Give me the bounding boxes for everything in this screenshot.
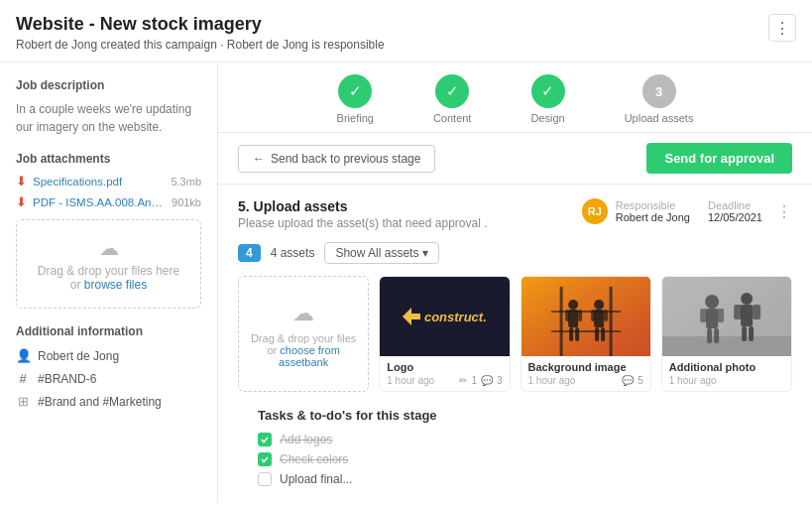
upload-line1: Drag & drop your files bbox=[251, 332, 356, 344]
created-action: created this campaign bbox=[100, 38, 216, 52]
attachment-name[interactable]: Specifications.pdf bbox=[33, 176, 165, 188]
svg-rect-14 bbox=[594, 310, 604, 327]
send-approval-button[interactable]: Send for approval bbox=[646, 143, 792, 174]
stage-name: Upload assets bbox=[254, 198, 348, 214]
info-tags-value: #Brand and #Marketing bbox=[38, 395, 162, 409]
svg-rect-27 bbox=[714, 328, 719, 343]
show-all-label: Show All assets bbox=[335, 246, 418, 260]
construct-text: construct. bbox=[424, 310, 487, 324]
task-checkbox-colors[interactable] bbox=[258, 452, 272, 466]
svg-rect-30 bbox=[734, 305, 742, 319]
asset-name-photo: Additional photo bbox=[669, 361, 784, 373]
svg-rect-9 bbox=[565, 310, 569, 321]
stage-title-group: 5. Upload assets Please upload the asset… bbox=[238, 198, 488, 230]
info-brand-value: #BRAND-6 bbox=[38, 372, 96, 386]
asset-time-logo: 1 hour ago bbox=[387, 375, 434, 386]
dropzone-line2: or browse files bbox=[33, 278, 184, 292]
asset-card-background[interactable]: Background image 1 hour ago 💬5 bbox=[521, 276, 651, 392]
svg-rect-16 bbox=[604, 310, 608, 321]
comment-icon: 💬 bbox=[622, 375, 634, 386]
task-item-colors: Check colors bbox=[258, 452, 772, 466]
sidebar-drop-zone[interactable]: ☁ Drag & drop your files here or browse … bbox=[16, 219, 201, 309]
additional-info-title: Additional information bbox=[16, 324, 201, 338]
task-label-colors: Check colors bbox=[280, 452, 348, 466]
stage-title: 5. Upload assets bbox=[238, 198, 488, 214]
attachment-item: ⬇ Specifications.pdf 5.3mb bbox=[16, 174, 201, 189]
asset-actions-logo: ✏1 💬3 bbox=[459, 375, 502, 386]
svg-point-22 bbox=[705, 295, 719, 309]
task-item-upload: Upload final... bbox=[258, 472, 772, 486]
person-icon: 👤 bbox=[16, 348, 30, 363]
info-item-brand: # #BRAND-6 bbox=[16, 371, 201, 386]
upload-cloud-icon: ☁ bbox=[292, 301, 314, 326]
meta-responsible: Responsible Robert de Jong bbox=[616, 199, 690, 223]
cloud-upload-icon: ☁ bbox=[33, 236, 184, 260]
attachment-item: ⬇ PDF - ISMS.AA.008.Annex A... 901kb bbox=[16, 194, 201, 209]
task-item-logos: Add logos bbox=[258, 433, 772, 446]
stage-header: 5. Upload assets Please upload the asset… bbox=[238, 198, 792, 230]
attachment-size: 5.3mb bbox=[171, 176, 201, 188]
deadline-label: Deadline bbox=[708, 199, 762, 211]
step-briefing: ✓ Briefing bbox=[337, 74, 374, 124]
chevron-down-icon: ▾ bbox=[422, 246, 428, 260]
step-circle-design: ✓ bbox=[531, 74, 565, 108]
app-container: Website - New stock imagery Robert de Jo… bbox=[0, 0, 812, 508]
attachment-name[interactable]: PDF - ISMS.AA.008.Annex A... bbox=[33, 196, 166, 208]
asset-info-background: Background image 1 hour ago 💬5 bbox=[522, 356, 650, 391]
asset-filter-bar: 4 4 assets Show All assets ▾ bbox=[238, 242, 792, 264]
svg-rect-11 bbox=[569, 327, 573, 341]
info-item-tags: ⊞ #Brand and #Marketing bbox=[16, 394, 201, 409]
step-label-content: Content bbox=[433, 112, 472, 124]
svg-rect-10 bbox=[578, 310, 582, 321]
assetbank-link[interactable]: choose from assetbank bbox=[279, 344, 340, 368]
svg-rect-29 bbox=[741, 305, 753, 326]
asset-card-logo[interactable]: construct. Logo 1 hour ago ✏1 💬3 bbox=[379, 276, 510, 392]
header-subtitle: Robert de Jong created this campaign · R… bbox=[16, 38, 385, 52]
steps-bar: ✓ Briefing ✓ Content ✓ Design 3 Upload a… bbox=[218, 63, 812, 133]
asset-meta-background: 1 hour ago 💬5 bbox=[528, 375, 643, 386]
svg-rect-33 bbox=[749, 326, 754, 341]
edit-icon: ✏ bbox=[459, 375, 467, 386]
content-area: ✓ Briefing ✓ Content ✓ Design 3 Upload a… bbox=[218, 63, 812, 503]
svg-rect-31 bbox=[753, 305, 760, 319]
show-all-button[interactable]: Show All assets ▾ bbox=[324, 242, 439, 264]
stage-more-menu[interactable]: ⋮ bbox=[776, 202, 792, 221]
stage-meta: RJ Responsible Robert de Jong Deadline 1… bbox=[582, 198, 792, 224]
asset-count-badge: 4 bbox=[238, 244, 261, 262]
separator: · bbox=[220, 38, 223, 52]
asset-thumbnail-logo: construct. bbox=[380, 277, 509, 356]
job-attachments-title: Job attachments bbox=[16, 152, 201, 166]
asset-thumbnail-background bbox=[522, 277, 650, 356]
header-left: Website - New stock imagery Robert de Jo… bbox=[16, 14, 385, 52]
task-checkbox-logos[interactable] bbox=[258, 433, 272, 446]
back-arrow-icon: ← bbox=[253, 152, 265, 166]
svg-rect-2 bbox=[522, 277, 650, 356]
attachment-size: 901kb bbox=[172, 196, 201, 208]
step-circle-upload: 3 bbox=[642, 74, 676, 108]
header: Website - New stock imagery Robert de Jo… bbox=[0, 0, 812, 63]
upload-line2: or choose from assetbank bbox=[247, 344, 360, 368]
hash-icon: # bbox=[16, 371, 30, 386]
send-back-button[interactable]: ← Send back to previous stage bbox=[238, 145, 435, 173]
responsible-label: is responsible bbox=[311, 38, 384, 52]
checkmark-icon bbox=[260, 454, 270, 464]
meta-deadline: Deadline 12/05/2021 bbox=[708, 199, 762, 223]
asset-upload-zone[interactable]: ☁ Drag & drop your files or choose from … bbox=[238, 276, 369, 392]
created-by: Robert de Jong bbox=[16, 38, 97, 52]
dropzone-line1: Drag & drop your files here bbox=[33, 264, 184, 278]
svg-rect-17 bbox=[595, 327, 599, 341]
header-menu-button[interactable]: ⋮ bbox=[768, 14, 796, 42]
svg-rect-15 bbox=[591, 310, 595, 321]
task-label-upload: Upload final... bbox=[280, 472, 352, 486]
stage-area: 5. Upload assets Please upload the asset… bbox=[218, 185, 812, 503]
responsible-name: Robert de Jong bbox=[227, 38, 308, 52]
browse-link[interactable]: browse files bbox=[84, 278, 147, 292]
step-label-upload: Upload assets bbox=[625, 112, 694, 124]
comment-icon: 💬 bbox=[481, 375, 493, 386]
main-layout: Job description In a couple weeks we're … bbox=[0, 63, 812, 503]
svg-rect-12 bbox=[575, 327, 579, 341]
responsible-value: Robert de Jong bbox=[616, 211, 690, 223]
stage-number: 5. bbox=[238, 198, 250, 214]
task-checkbox-upload[interactable] bbox=[258, 472, 272, 486]
asset-card-photo[interactable]: Additional photo 1 hour ago bbox=[661, 276, 792, 392]
